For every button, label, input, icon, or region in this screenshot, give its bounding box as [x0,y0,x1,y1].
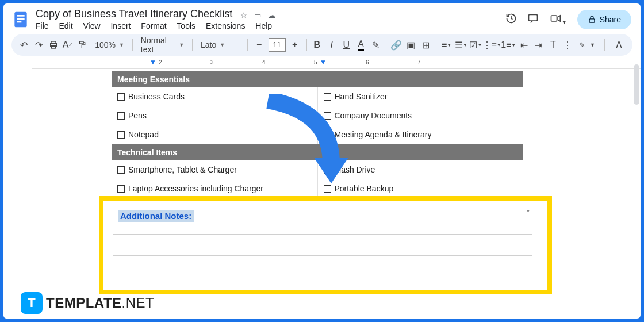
share-button[interactable]: Share [577,10,631,29]
svg-rect-7 [589,19,595,22]
notes-row[interactable] [113,235,532,256]
numbered-list-button[interactable]: 1≡▼ [501,37,516,53]
brand-watermark: T TEMPLATE.NET [21,292,154,314]
scrollbar-thumb[interactable] [634,64,639,105]
share-label: Share [600,15,621,24]
zoom-select[interactable]: 100%▼ [90,37,129,53]
checkbox-icon[interactable] [117,131,125,139]
link-button[interactable]: 🔗 [390,37,403,53]
cloud-icon[interactable]: ☁ [268,11,275,20]
menu-edit[interactable]: Edit [59,21,72,30]
ruler[interactable]: ▼ 2 3 4 ▼ 5 6 7 [32,58,641,69]
print-button[interactable] [47,37,60,53]
text-cursor [241,166,241,174]
collapse-button[interactable]: ᐱ [611,37,627,53]
indent-dec-button[interactable]: ⇤ [517,37,530,53]
checklist-button[interactable]: ☑▼ [469,37,482,53]
checkbox-icon[interactable] [117,166,125,174]
menu-format[interactable]: Format [141,21,166,30]
notes-label: Additional Notes: [118,210,194,222]
checkbox-icon[interactable] [324,185,331,193]
brand-icon: T [21,292,43,314]
bullet-list-button[interactable]: ⋮≡▼ [484,37,500,53]
menu-insert[interactable]: Insert [110,21,131,30]
history-icon[interactable] [505,13,517,26]
doc-title[interactable]: Copy of Business Travel Itinerary Checkl… [36,8,232,20]
menu-file[interactable]: File [36,21,49,30]
checkbox-icon[interactable] [324,93,331,101]
menu-extensions[interactable]: Extensions [206,21,245,30]
notes-row[interactable] [113,256,532,277]
font-size-inc[interactable]: + [287,37,303,53]
checkbox-icon[interactable] [324,112,331,120]
table-menu-icon[interactable]: ▾ [527,208,530,214]
more-button[interactable]: ⋮ [561,37,574,53]
comments-icon[interactable] [527,13,539,26]
move-icon[interactable]: ▭ [254,11,261,20]
svg-rect-4 [528,14,537,21]
menubar: File Edit View Insert Format Tools Exten… [36,20,501,30]
meet-icon[interactable]: ▼ [549,13,567,26]
comment-button[interactable]: ⊞ [419,37,432,53]
notes-table[interactable]: Additional Notes: ▾ [113,206,532,277]
checkbox-icon[interactable] [117,185,125,193]
line-spacing-button[interactable]: ☰▼ [454,37,467,53]
font-size-input[interactable]: 11 [269,38,286,52]
bold-button[interactable]: B [310,37,324,53]
font-size-dec[interactable]: − [251,37,267,53]
editing-mode-button[interactable]: ✎▼ [576,41,599,49]
text-color-button[interactable]: A [354,37,367,53]
section-header: Technical Items [112,144,523,160]
indent-marker-left[interactable]: ▼ [150,58,156,66]
spellcheck-button[interactable]: A✓ [61,37,74,53]
scrollbar[interactable] [634,59,639,284]
clear-format-button[interactable]: T [546,37,559,53]
italic-button[interactable]: I [325,37,338,53]
checkbox-icon[interactable] [324,131,331,139]
font-select[interactable]: Lato▼ [196,37,244,53]
menu-view[interactable]: View [83,21,100,30]
section-header: Meeting Essentials [112,71,523,87]
svg-marker-6 [558,16,560,21]
insert-image-button[interactable]: ▣ [404,37,417,53]
redo-button[interactable]: ↷ [32,37,45,53]
checkbox-icon[interactable] [324,166,331,174]
paint-format-button[interactable] [76,37,89,53]
checkbox-icon[interactable] [117,112,125,120]
menu-help[interactable]: Help [255,21,272,30]
indent-inc-button[interactable]: ⇥ [532,37,545,53]
menu-tools[interactable]: Tools [177,21,195,30]
align-button[interactable]: ≡▼ [440,37,453,53]
svg-rect-2 [17,18,24,20]
document-page[interactable]: Meeting Essentials Business CardsHand Sa… [112,71,523,198]
highlight-button[interactable]: ✎ [369,37,382,53]
star-icon[interactable]: ☆ [240,11,247,20]
svg-rect-11 [80,41,84,44]
underline-button[interactable]: U [340,37,353,53]
checkbox-icon[interactable] [117,93,125,101]
svg-rect-5 [551,16,557,21]
left-ruler [3,57,13,319]
docs-logo[interactable] [10,9,31,30]
style-select[interactable]: Normal text▼ [136,37,189,53]
toolbar: ↶ ↷ A✓ 100%▼ Normal text▼ Lato▼ − 11 + B… [12,34,632,56]
undo-button[interactable]: ↶ [17,37,30,53]
svg-rect-3 [17,21,21,22]
svg-rect-1 [17,15,24,17]
indent-marker-right[interactable]: ▼ [320,58,327,66]
